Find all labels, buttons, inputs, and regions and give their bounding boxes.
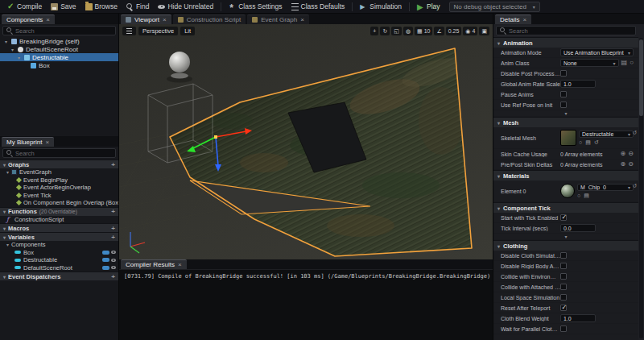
- grid-snap-button[interactable]: ▦10: [415, 27, 432, 35]
- sphere-prop[interactable]: [167, 52, 192, 83]
- graph-item-event-actorbeginoverlap[interactable]: Event ActorBeginOverlap: [0, 184, 118, 192]
- add-variable-button[interactable]: +: [111, 234, 115, 241]
- section-clothing[interactable]: ▾Clothing: [493, 240, 638, 251]
- use-selected-icon[interactable]: ○: [630, 60, 634, 66]
- scale-snap-button[interactable]: 0.25: [446, 27, 462, 35]
- disable-post-process-checkbox[interactable]: [560, 70, 567, 77]
- reset-icon[interactable]: ↺: [594, 139, 599, 146]
- debug-object-select[interactable]: No debug object selected▾: [449, 2, 540, 12]
- save-button[interactable]: Save: [47, 1, 80, 13]
- browse-asset-icon[interactable]: ▤: [584, 193, 589, 199]
- disable-rigid-body-checkbox[interactable]: [560, 263, 567, 269]
- class-settings-button[interactable]: Class Settings: [225, 1, 286, 13]
- reset-to-default-icon[interactable]: ↺: [632, 130, 637, 136]
- details-search-input[interactable]: [509, 27, 632, 35]
- add-element-icon[interactable]: ⊕: [621, 151, 626, 157]
- tick-interval-input[interactable]: 0.0: [560, 224, 596, 232]
- scale-tool-button[interactable]: ◱: [391, 27, 402, 35]
- browse-asset-icon[interactable]: ▤: [621, 60, 628, 66]
- tree-item-breakingbridge[interactable]: ▾BreakingBridge (self): [0, 37, 118, 45]
- section-materials[interactable]: ▾Materials: [493, 170, 638, 180]
- maximize-viewport-button[interactable]: ▣: [479, 27, 489, 35]
- skeletal-mesh-dropdown[interactable]: Destructable▾: [579, 131, 634, 138]
- translate-tool-button[interactable]: +: [370, 27, 378, 35]
- close-icon[interactable]: ×: [163, 16, 167, 23]
- collide-environment-checkbox[interactable]: [560, 273, 567, 280]
- section-macros[interactable]: ▾Macros+: [0, 223, 118, 232]
- skeletal-mesh-thumbnail[interactable]: [560, 130, 576, 146]
- variable-item-destructable[interactable]: Destructable: [0, 256, 118, 264]
- tab-viewport[interactable]: Viewport×: [121, 15, 171, 24]
- add-element-icon[interactable]: ⊕: [621, 161, 626, 168]
- add-dispatcher-button[interactable]: +: [111, 273, 115, 280]
- chevron-down-icon[interactable]: ▾: [6, 169, 9, 175]
- tree-item-box[interactable]: Box: [0, 61, 118, 69]
- details-search[interactable]: [496, 26, 636, 35]
- collide-attached-checkbox[interactable]: [560, 284, 567, 290]
- delete-element-icon[interactable]: ⊖: [628, 161, 634, 168]
- components-search[interactable]: [2, 26, 116, 35]
- disable-cloth-simulation-checkbox[interactable]: [560, 252, 567, 259]
- section-animation[interactable]: ▾Animation: [493, 37, 638, 48]
- section-variables[interactable]: ▾Variables+: [0, 232, 118, 241]
- material-thumbnail[interactable]: [560, 184, 575, 198]
- function-item-constructionscript[interactable]: ƒConstructionScript: [0, 216, 118, 224]
- section-functions[interactable]: ▾Functions(20 Overridable)+: [0, 207, 118, 216]
- start-with-tick-checkbox[interactable]: [560, 214, 567, 221]
- section-graphs[interactable]: ▾Graphs+: [0, 160, 118, 168]
- tab-construction-script[interactable]: Construction Script: [173, 15, 246, 24]
- delete-element-icon[interactable]: ⊖: [628, 151, 634, 157]
- play-button[interactable]: Play: [413, 1, 444, 13]
- tab-components[interactable]: Components×: [2, 15, 55, 24]
- components-search-input[interactable]: [15, 27, 112, 35]
- variable-item-box[interactable]: Box: [0, 249, 118, 257]
- reset-after-teleport-checkbox[interactable]: [560, 305, 567, 311]
- add-graph-button[interactable]: +: [111, 161, 115, 168]
- details-scrollbar[interactable]: [639, 38, 643, 338]
- section-mesh[interactable]: ▾Mesh: [493, 117, 638, 127]
- wait-parallel-cloth-checkbox[interactable]: [560, 325, 567, 332]
- gizmo-center[interactable]: [214, 135, 217, 139]
- variable-item-defaultsceneroot[interactable]: DefaultSceneRoot: [0, 264, 118, 272]
- tab-my-blueprint[interactable]: My Blueprint×: [2, 137, 54, 147]
- scrollbar-thumb[interactable]: [639, 39, 643, 116]
- tab-compiler-results[interactable]: Compiler Results×: [121, 259, 187, 269]
- animation-mode-dropdown[interactable]: Use Animation Blueprint▾: [560, 48, 634, 56]
- browse-button[interactable]: Browse: [81, 1, 122, 13]
- lit-dropdown[interactable]: Lit: [180, 27, 195, 35]
- 3d-viewport[interactable]: Perspective Lit + ↻ ◱ ◍ ▦10 ∠ 0.25 ◉4 ▣: [119, 24, 493, 259]
- section-event-dispatchers[interactable]: ▾Event Dispatchers+: [0, 272, 118, 280]
- rotation-snap-button[interactable]: ∠: [434, 27, 444, 35]
- simulation-button[interactable]: Simulation: [356, 1, 406, 13]
- close-icon[interactable]: ×: [45, 139, 49, 146]
- advanced-expander[interactable]: ▾: [493, 234, 638, 240]
- material-dropdown[interactable]: M_Chip_0▾: [577, 184, 634, 191]
- perspective-dropdown[interactable]: Perspective: [138, 27, 178, 35]
- chevron-down-icon[interactable]: ▾: [6, 242, 9, 247]
- close-icon[interactable]: ×: [178, 261, 182, 268]
- bridge-mesh[interactable]: [170, 48, 472, 256]
- advanced-expander[interactable]: ▾: [493, 110, 638, 117]
- rotate-tool-button[interactable]: ↻: [380, 27, 390, 35]
- close-icon[interactable]: ×: [300, 16, 304, 23]
- graph-item-eventgraph[interactable]: ▾EventGraph: [0, 168, 118, 176]
- add-function-button[interactable]: +: [111, 208, 115, 215]
- tree-item-destructable[interactable]: ▾Destructable: [0, 53, 118, 61]
- global-anim-rate-scale-input[interactable]: 1.0: [560, 80, 596, 88]
- reset-to-default-icon[interactable]: ↺: [632, 183, 637, 189]
- myblueprint-search-input[interactable]: [15, 150, 112, 157]
- graph-item-oncomponentbeginoverlap[interactable]: On Component Begin Overlap (Box): [0, 199, 118, 207]
- class-defaults-button[interactable]: Class Defaults: [287, 1, 349, 13]
- pause-anims-checkbox[interactable]: [560, 91, 567, 97]
- find-button[interactable]: Find: [122, 1, 154, 13]
- tab-details[interactable]: Details×: [495, 15, 531, 24]
- eye-icon[interactable]: [111, 266, 116, 269]
- use-ref-pose-checkbox[interactable]: [560, 102, 567, 108]
- myblueprint-search[interactable]: [2, 148, 116, 158]
- cloth-blend-weight-input[interactable]: 1.0: [560, 314, 596, 322]
- anim-class-dropdown[interactable]: None▾: [560, 59, 619, 67]
- add-macro-button[interactable]: +: [111, 225, 115, 232]
- expander-icon[interactable]: ▾: [16, 55, 22, 60]
- browse-asset-icon[interactable]: ▤: [585, 139, 591, 146]
- variable-category-components[interactable]: ▾Components: [0, 241, 118, 249]
